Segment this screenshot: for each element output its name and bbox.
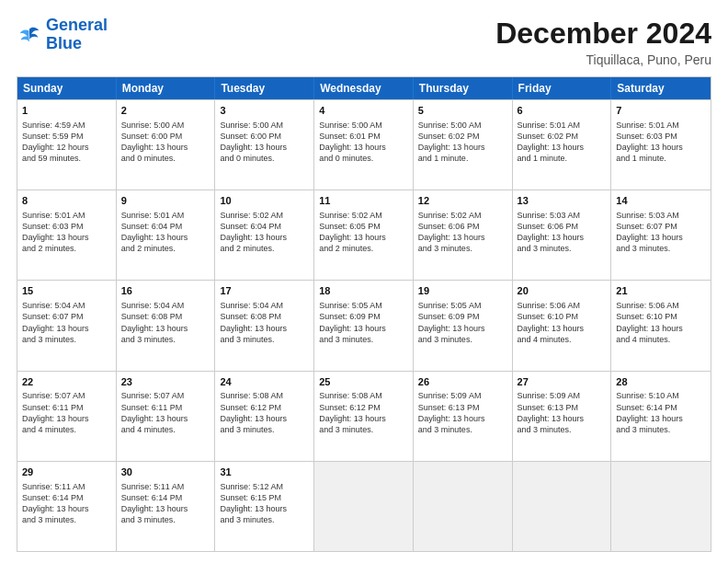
- calendar-row: 8Sunrise: 5:01 AMSunset: 6:03 PMDaylight…: [17, 190, 711, 280]
- day-info: and 2 minutes.: [220, 244, 274, 253]
- day-info: Daylight: 13 hours: [319, 324, 386, 333]
- day-info: Daylight: 13 hours: [220, 324, 287, 333]
- day-info: Daylight: 13 hours: [220, 233, 287, 242]
- day-info: and 3 minutes.: [220, 425, 274, 434]
- day-number: 8: [22, 194, 111, 208]
- day-info: Sunset: 6:04 PM: [220, 222, 281, 231]
- day-info: Daylight: 13 hours: [121, 414, 188, 423]
- calendar-cell: [611, 462, 711, 551]
- day-number: 6: [518, 104, 607, 118]
- day-info: Daylight: 13 hours: [121, 233, 188, 242]
- day-info: Sunset: 6:12 PM: [319, 403, 381, 412]
- calendar-cell: 23Sunrise: 5:07 AMSunset: 6:11 PMDayligh…: [117, 372, 216, 461]
- day-info: and 3 minutes.: [22, 335, 76, 344]
- calendar-cell: 30Sunrise: 5:11 AMSunset: 6:14 PMDayligh…: [117, 462, 216, 551]
- day-info: and 1 minute.: [418, 154, 469, 163]
- calendar-cell: 6Sunrise: 5:01 AMSunset: 6:02 PMDaylight…: [513, 100, 612, 190]
- day-info: Sunset: 6:00 PM: [220, 132, 281, 141]
- main-title: December 2024: [495, 17, 711, 51]
- day-info: Daylight: 13 hours: [418, 324, 485, 333]
- day-info: Sunrise: 5:09 AM: [418, 391, 482, 400]
- day-info: Sunset: 6:07 PM: [616, 222, 677, 231]
- day-info: Daylight: 13 hours: [319, 143, 386, 152]
- day-info: Daylight: 13 hours: [616, 414, 683, 423]
- calendar-cell: 19Sunrise: 5:05 AMSunset: 6:09 PMDayligh…: [414, 281, 513, 370]
- day-info: Sunrise: 5:05 AM: [418, 301, 482, 310]
- day-info: Daylight: 13 hours: [418, 233, 485, 242]
- day-number: 28: [616, 375, 706, 389]
- calendar-cell: 26Sunrise: 5:09 AMSunset: 6:13 PMDayligh…: [414, 372, 513, 461]
- day-info: Sunset: 6:13 PM: [418, 403, 480, 412]
- subtitle: Tiquillaca, Puno, Peru: [495, 52, 711, 67]
- day-number: 13: [518, 194, 607, 208]
- day-info: Daylight: 13 hours: [616, 143, 683, 152]
- day-info: Sunset: 6:02 PM: [418, 132, 480, 141]
- calendar-cell: 28Sunrise: 5:10 AMSunset: 6:14 PMDayligh…: [611, 372, 711, 461]
- day-info: and 3 minutes.: [121, 335, 176, 344]
- day-info: Sunrise: 5:01 AM: [518, 121, 581, 130]
- day-info: Sunset: 6:12 PM: [220, 403, 281, 412]
- day-info: Daylight: 13 hours: [22, 414, 89, 423]
- calendar-cell: 16Sunrise: 5:04 AMSunset: 6:08 PMDayligh…: [117, 281, 216, 370]
- day-info: Sunset: 6:14 PM: [616, 403, 677, 412]
- day-info: Sunrise: 5:10 AM: [616, 391, 679, 400]
- calendar-cell: 8Sunrise: 5:01 AMSunset: 6:03 PMDaylight…: [17, 190, 117, 280]
- day-number: 21: [616, 284, 706, 298]
- calendar-cell: 2Sunrise: 5:00 AMSunset: 6:00 PMDaylight…: [117, 100, 216, 190]
- day-info: Daylight: 13 hours: [22, 233, 89, 242]
- day-number: 19: [418, 284, 507, 298]
- day-info: Sunset: 5:59 PM: [22, 132, 84, 141]
- day-info: Sunset: 6:08 PM: [220, 312, 281, 321]
- day-info: Sunset: 6:02 PM: [518, 132, 579, 141]
- day-number: 29: [22, 465, 111, 479]
- day-info: and 1 minute.: [518, 154, 568, 163]
- day-info: and 2 minutes.: [121, 244, 176, 253]
- day-info: Sunrise: 5:05 AM: [319, 301, 382, 310]
- day-info: and 3 minutes.: [418, 335, 472, 344]
- day-info: Sunrise: 5:06 AM: [518, 301, 581, 310]
- day-info: Sunrise: 5:03 AM: [616, 211, 679, 220]
- day-info: Sunrise: 5:00 AM: [121, 121, 185, 130]
- page: General Blue December 2024 Tiquillaca, P…: [0, 0, 728, 563]
- day-info: and 4 minutes.: [22, 425, 76, 434]
- logo: General Blue: [17, 17, 108, 53]
- day-info: and 3 minutes.: [418, 244, 472, 253]
- day-info: Sunrise: 5:08 AM: [220, 391, 283, 400]
- calendar-header-cell: Thursday: [414, 77, 513, 99]
- calendar-cell: 1Sunrise: 4:59 AMSunset: 5:59 PMDaylight…: [17, 100, 117, 190]
- day-info: Sunset: 6:11 PM: [22, 403, 84, 412]
- calendar-row: 15Sunrise: 5:04 AMSunset: 6:07 PMDayligh…: [17, 280, 711, 370]
- day-info: Daylight: 13 hours: [121, 504, 188, 513]
- day-number: 16: [121, 284, 210, 298]
- day-number: 30: [121, 465, 210, 479]
- calendar-cell: 14Sunrise: 5:03 AMSunset: 6:07 PMDayligh…: [611, 190, 711, 280]
- title-block: December 2024 Tiquillaca, Puno, Peru: [495, 17, 711, 67]
- day-number: 17: [220, 284, 309, 298]
- day-info: Daylight: 13 hours: [220, 414, 287, 423]
- day-info: Sunset: 6:04 PM: [121, 222, 183, 231]
- day-info: Sunset: 6:01 PM: [319, 132, 381, 141]
- day-info: Sunrise: 5:07 AM: [121, 391, 185, 400]
- calendar-cell: 12Sunrise: 5:02 AMSunset: 6:06 PMDayligh…: [414, 190, 513, 280]
- logo-icon: [17, 22, 42, 48]
- day-info: Sunrise: 5:08 AM: [319, 391, 382, 400]
- calendar-header-cell: Friday: [513, 77, 612, 99]
- day-info: and 2 minutes.: [319, 244, 373, 253]
- day-info: Sunrise: 5:11 AM: [22, 482, 85, 491]
- day-number: 9: [121, 194, 210, 208]
- day-info: Sunrise: 5:00 AM: [220, 121, 283, 130]
- day-number: 22: [22, 375, 111, 389]
- calendar-header-cell: Saturday: [611, 77, 711, 99]
- day-info: Daylight: 13 hours: [319, 233, 386, 242]
- day-info: Sunset: 6:05 PM: [319, 222, 381, 231]
- calendar-cell: [314, 462, 414, 551]
- day-info: Sunrise: 5:09 AM: [518, 391, 581, 400]
- day-info: Sunrise: 5:04 AM: [121, 301, 185, 310]
- header: General Blue December 2024 Tiquillaca, P…: [17, 17, 711, 67]
- calendar-cell: [414, 462, 513, 551]
- day-number: 3: [220, 104, 309, 118]
- day-info: Daylight: 13 hours: [518, 143, 585, 152]
- day-info: and 3 minutes.: [319, 425, 373, 434]
- logo-line2: Blue: [46, 34, 82, 52]
- day-info: Sunrise: 5:02 AM: [418, 211, 482, 220]
